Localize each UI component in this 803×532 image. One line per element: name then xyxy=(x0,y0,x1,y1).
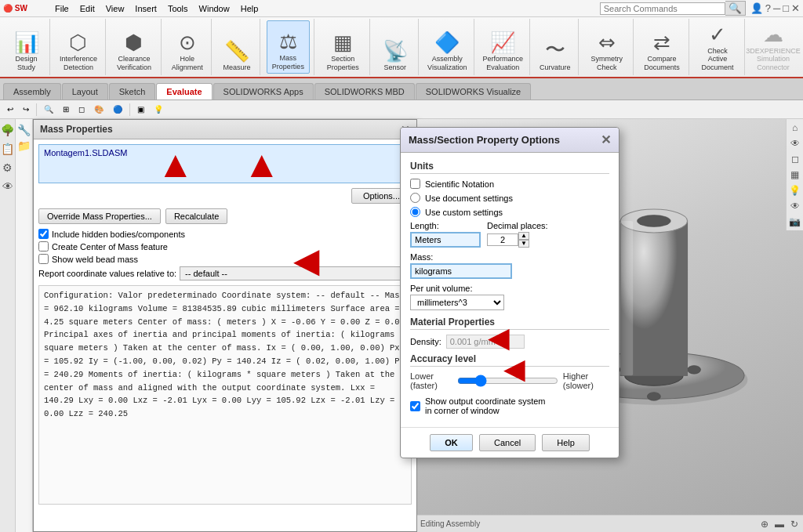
search-button[interactable]: 🔍 xyxy=(725,1,746,16)
minimize-icon[interactable]: ─ xyxy=(773,2,780,14)
menu-file[interactable]: File xyxy=(50,2,74,15)
spinner-down[interactable]: ▼ xyxy=(518,240,529,248)
check-active-button[interactable]: ✓ Check Active Document xyxy=(696,20,739,74)
close-icon[interactable]: ✕ xyxy=(791,2,800,14)
tab-layout[interactable]: Layout xyxy=(62,83,108,100)
tab-sw-visualize[interactable]: SOLIDWORKS Visualize xyxy=(416,83,531,100)
dialog-title-bar[interactable]: Mass/Section Property Options ✕ xyxy=(401,128,619,153)
menu-help[interactable]: Help xyxy=(236,2,263,15)
recalculate-button[interactable]: Recalculate xyxy=(165,208,227,224)
help-button[interactable]: Help xyxy=(542,434,590,451)
viewport-tools: ⌂ 👁 ◻ ▦ 💡 👁 📷 xyxy=(786,119,803,230)
per-unit-volume-select[interactable]: millimeters^3 xyxy=(410,295,504,310)
display-btn[interactable]: ▣ xyxy=(133,103,148,116)
sidebar-prop-icon[interactable]: 📋 xyxy=(0,141,16,157)
secondary-toolbar: ↩ ↪ 🔍 ⊞ ◻ 🎨 🔵 ▣ 💡 xyxy=(0,100,803,119)
mass-properties-button[interactable]: ⚖ Mass Properties xyxy=(267,20,310,74)
view-btn-3[interactable]: ◻ xyxy=(74,103,89,116)
vt-hide-icon[interactable]: 👁 xyxy=(789,199,801,213)
sec-btn-2[interactable]: ↪ xyxy=(19,103,33,116)
viewport-bottom-bar: Editing Assembly ⊕ ▬ ↻ xyxy=(417,515,803,532)
weld-bead-checkbox[interactable] xyxy=(38,254,49,264)
ribbon-group-hole: ⊙ Hole Alignment xyxy=(163,19,213,75)
vt-view-icon[interactable]: 👁 xyxy=(789,136,801,150)
decimal-places-input[interactable] xyxy=(487,233,518,246)
view-btn-1[interactable]: 🔍 xyxy=(40,103,57,116)
interference-button[interactable]: ⬡ Interference Detection xyxy=(55,20,102,74)
tree-icon-2[interactable]: 📁 xyxy=(16,138,32,154)
vt-lighting-icon[interactable]: 💡 xyxy=(787,183,802,197)
accuracy-slider[interactable] xyxy=(457,375,558,387)
hole-button[interactable]: ⊙ Hole Alignment xyxy=(167,20,208,74)
menu-view[interactable]: View xyxy=(101,2,129,15)
use-doc-settings-row[interactable]: Use document settings xyxy=(410,193,609,203)
maximize-icon[interactable]: □ xyxy=(783,2,789,14)
user-icon[interactable]: 👤 xyxy=(750,2,763,14)
vt-home-icon[interactable]: ⌂ xyxy=(790,121,799,135)
sidebar-display-icon[interactable]: 👁 xyxy=(1,179,15,194)
tab-sketch[interactable]: Sketch xyxy=(109,83,156,100)
mass-input[interactable] xyxy=(410,263,512,279)
ribbon-group-check-active: ✓ Check Active Document xyxy=(691,19,745,75)
coordinate-select[interactable]: -- default -- xyxy=(180,266,412,280)
checkbox-weld-bead[interactable]: Show weld bead mass xyxy=(38,254,412,264)
3dexp-button[interactable]: ☁ 3DEXPERIENCE Simulation Connector xyxy=(741,20,803,74)
sidebar-config-icon[interactable]: ⚙ xyxy=(1,160,14,176)
sensor-icon: 📡 xyxy=(383,39,408,63)
question-icon[interactable]: ? xyxy=(765,2,771,14)
sw-logo-text: 🔴 SW xyxy=(3,4,27,13)
3dexp-icon: ☁ xyxy=(763,23,783,47)
view-btn-5[interactable]: 🔵 xyxy=(109,103,126,116)
menu-window[interactable]: Window xyxy=(194,2,234,15)
use-custom-settings-radio[interactable] xyxy=(410,207,420,217)
tree-icon-1[interactable]: 🔧 xyxy=(16,122,32,138)
perf-button[interactable]: 📈 Performance Evaluation xyxy=(478,20,528,74)
override-mass-button[interactable]: Override Mass Properties... xyxy=(38,208,161,224)
assembly-viz-button[interactable]: 🔷 Assembly Visualization xyxy=(423,20,471,74)
view-btn-4[interactable]: 🎨 xyxy=(90,103,107,116)
curvature-button[interactable]: 〜 Curvature xyxy=(535,20,576,74)
curvature-label: Curvature xyxy=(540,63,571,72)
lights-btn[interactable]: 💡 xyxy=(150,103,167,116)
cancel-button[interactable]: Cancel xyxy=(479,434,536,451)
menu-edit[interactable]: Edit xyxy=(75,2,100,15)
design-study-button[interactable]: 📊 Design Study xyxy=(8,20,45,74)
checkbox-hidden-bodies[interactable]: Include hidden bodies/components xyxy=(38,229,412,239)
use-custom-settings-row[interactable]: Use custom settings xyxy=(410,207,609,217)
sec-btn-1[interactable]: ↩ xyxy=(3,103,17,116)
decimal-places-label: Decimal places: xyxy=(487,221,548,230)
floor-icon: ▬ xyxy=(773,517,786,531)
checkbox-center-mass[interactable]: Create Center of Mass feature xyxy=(38,241,412,252)
section-button[interactable]: ▦ Section Properties xyxy=(321,20,365,74)
panel-title-bar[interactable]: Mass Properties ✕ xyxy=(34,120,416,139)
spinner-up[interactable]: ▲ xyxy=(518,232,529,240)
search-input[interactable] xyxy=(600,2,725,15)
menu-tools[interactable]: Tools xyxy=(163,2,193,15)
dialog-close-button[interactable]: ✕ xyxy=(601,132,611,147)
center-mass-checkbox[interactable] xyxy=(38,241,49,252)
ok-button[interactable]: OK xyxy=(430,434,473,451)
use-doc-settings-radio[interactable] xyxy=(410,193,420,203)
show-coord-row: Show output coordinate system in corner … xyxy=(410,396,609,415)
dialog-body: Units Scientific Notation Use document s… xyxy=(401,153,619,427)
tab-evaluate[interactable]: Evaluate xyxy=(156,83,212,100)
hidden-bodies-checkbox[interactable] xyxy=(38,229,49,239)
symmetry-button[interactable]: ⇔ Symmetry Check xyxy=(585,20,628,74)
menu-insert[interactable]: Insert xyxy=(130,2,162,15)
scientific-notation-checkbox[interactable] xyxy=(410,179,420,189)
vt-camera-icon[interactable]: 📷 xyxy=(787,215,802,229)
show-coord-checkbox[interactable] xyxy=(410,401,420,411)
sidebar-tree-icon[interactable]: 🌳 xyxy=(0,122,16,138)
clearance-button[interactable]: ⬢ Clearance Verification xyxy=(112,20,156,74)
sensor-button[interactable]: 📡 Sensor xyxy=(378,20,412,74)
file-input-area[interactable]: Montagem1.SLDASM xyxy=(38,144,412,183)
length-input[interactable] xyxy=(410,232,481,248)
compare-button[interactable]: ⇄ Compare Documents xyxy=(639,20,685,74)
tab-sw-apps[interactable]: SOLIDWORKS Apps xyxy=(213,83,314,100)
vt-section-icon[interactable]: ▦ xyxy=(789,168,801,182)
tab-assembly[interactable]: Assembly xyxy=(3,83,61,100)
measure-button[interactable]: 📏 Measure xyxy=(218,20,255,74)
view-btn-2[interactable]: ⊞ xyxy=(59,103,73,116)
tab-sw-mbd[interactable]: SOLIDWORKS MBD xyxy=(314,83,415,100)
vt-display-icon[interactable]: ◻ xyxy=(790,152,801,166)
